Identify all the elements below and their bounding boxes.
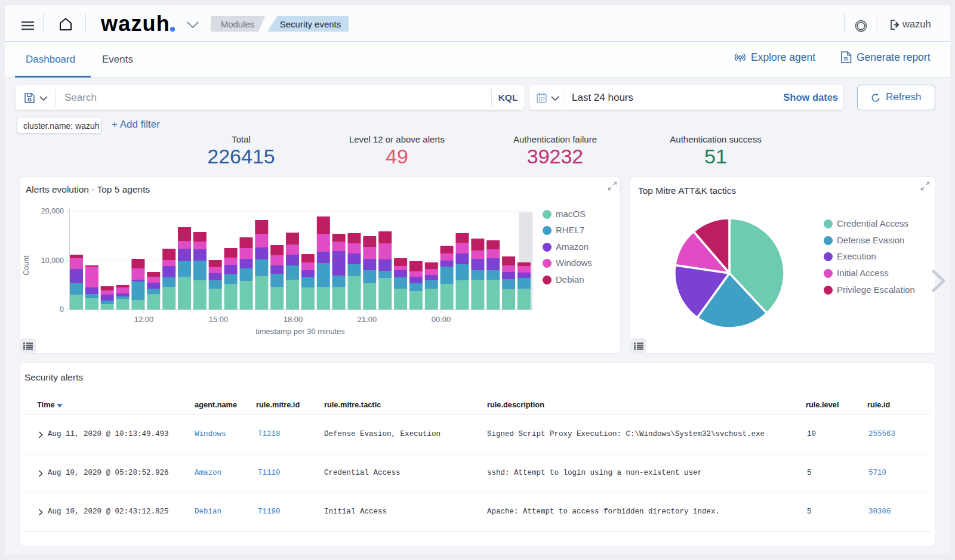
svg-text:20,000: 20,000 (41, 207, 64, 215)
svg-text:12:00: 12:00 (134, 315, 154, 324)
svg-text:15:00: 15:00 (209, 315, 229, 324)
svg-text:timestamp per 30 minutes: timestamp per 30 minutes (255, 327, 345, 336)
svg-text:Count: Count (22, 255, 30, 276)
svg-text:0: 0 (60, 305, 64, 314)
svg-text:21:00: 21:00 (358, 315, 377, 324)
svg-text:00:00: 00:00 (432, 315, 451, 324)
svg-text:18:00: 18:00 (284, 315, 303, 324)
svg-text:10,000: 10,000 (41, 256, 64, 265)
